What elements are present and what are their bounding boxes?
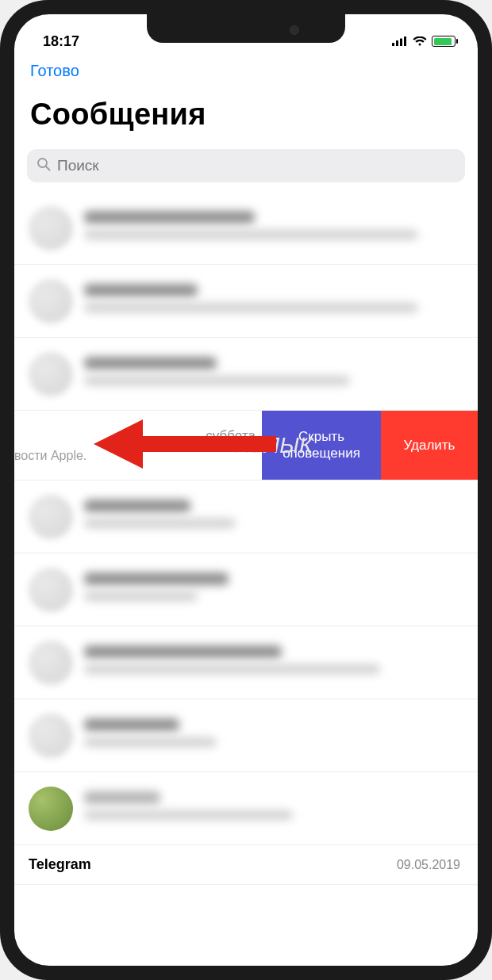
search-field[interactable] [27,149,465,182]
delete-button[interactable]: Удалить [381,411,478,480]
list-item[interactable] [14,626,478,699]
done-button[interactable]: Готово [30,62,462,80]
avatar [29,641,73,685]
page-title: Сообщения [30,98,462,132]
svg-rect-1 [396,40,398,46]
device-frame: 18:17 Готово Сообщения [0,0,492,980]
wifi-icon [413,36,427,46]
screen: 18:17 Готово Сообщения [14,14,478,966]
list-item[interactable] [14,192,478,265]
svg-rect-3 [404,36,406,46]
avatar [29,714,73,758]
message-preview: вости Apple. [14,449,262,463]
list-item[interactable] [14,553,478,626]
list-item[interactable] [14,699,478,772]
cellular-signal-icon [392,36,408,46]
avatar [29,279,73,323]
list-item[interactable] [14,265,478,338]
list-item[interactable] [14,338,478,411]
hide-alerts-button[interactable]: Скрыть оповещения [262,411,381,480]
status-time: 18:17 [43,33,79,50]
search-icon [37,157,51,175]
battery-charging-icon [432,36,455,47]
swiped-cell: суббота вости Apple. [14,428,262,463]
avatar [29,787,73,831]
message-date: 09.05.2019 [397,858,460,872]
avatar [29,568,73,612]
avatar [29,206,73,251]
list-item[interactable]: Telegram 09.05.2019 [14,845,478,885]
avatar [29,495,73,539]
message-date: суббота [14,428,262,444]
conversation-list[interactable]: ЯБЛЫК суббота вости Apple. Скрыть оповещ… [14,192,478,885]
svg-line-5 [46,167,50,170]
status-indicators [392,36,455,47]
header: Готово Сообщения [14,56,478,140]
svg-rect-2 [400,39,402,47]
list-item-swiped[interactable]: ЯБЛЫК суббота вости Apple. Скрыть оповещ… [14,411,478,480]
notch [147,14,345,43]
svg-point-4 [38,159,47,167]
avatar [29,352,73,396]
search-input[interactable] [57,157,455,174]
list-item[interactable] [14,480,478,553]
contact-name: Telegram [29,856,91,873]
list-item[interactable] [14,772,478,845]
svg-rect-0 [392,43,394,46]
